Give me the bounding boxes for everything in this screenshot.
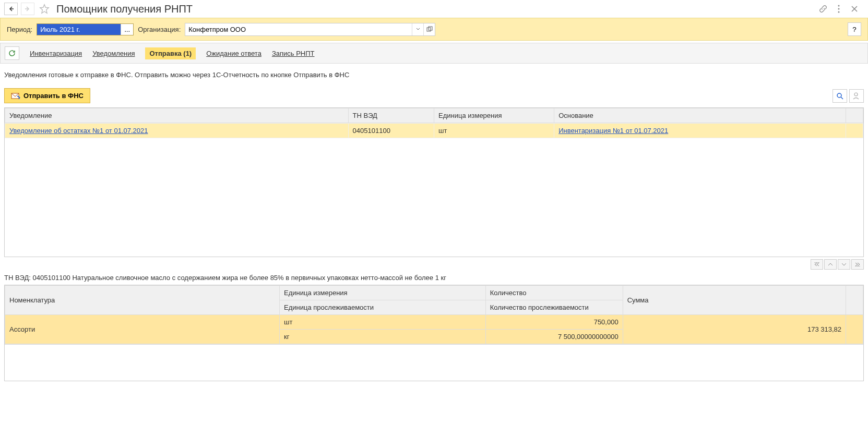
nav-first-button[interactable] [811, 259, 823, 270]
cell2-qty1: 750,000 [485, 315, 623, 330]
cell2-sum: 173 313,82 [623, 315, 846, 344]
help-button[interactable]: ? [848, 22, 861, 36]
search-button[interactable] [833, 89, 847, 103]
nav-down-button[interactable] [838, 259, 850, 270]
cell-unit: шт [434, 124, 554, 138]
col2-trace-qty[interactable]: Количество прослеживаемости [485, 300, 623, 315]
tab-inventory[interactable]: Инвентаризация [30, 50, 82, 57]
svg-point-2 [838, 5, 840, 7]
svg-point-10 [854, 93, 858, 96]
col2-trace-unit[interactable]: Единица прослеживаемости [280, 300, 486, 315]
user-gear-icon [852, 92, 861, 100]
period-field: ... [37, 23, 134, 35]
svg-point-8 [837, 93, 841, 98]
send-mail-icon [11, 92, 20, 100]
detail-table: Номенклатура Единица измерения Количеств… [4, 285, 864, 381]
cell2-unit2: кг [280, 330, 486, 344]
refresh-button[interactable] [5, 46, 19, 60]
more-menu-icon[interactable] [834, 4, 844, 14]
search-icon [836, 92, 844, 100]
cell-tnved: 0405101100 [348, 124, 434, 138]
nav-down-icon [841, 262, 847, 266]
notifications-table: Уведомление ТН ВЭД Единица измерения Осн… [4, 107, 864, 257]
org-open-button[interactable] [423, 23, 435, 35]
period-label: Период: [7, 26, 32, 33]
table-nav-strip [0, 257, 868, 272]
nav-last-icon [855, 262, 860, 266]
nav-first-icon [814, 262, 819, 266]
col-unit[interactable]: Единица измерения [434, 108, 554, 123]
action-bar: Отправить в ФНС [0, 86, 868, 105]
page-title: Помощник получения РНПТ [56, 3, 193, 15]
tabs-bar: Инвентаризация Уведомления Отправка (1) … [0, 43, 868, 64]
tab-sending[interactable]: Отправка (1) [145, 47, 196, 59]
link-icon[interactable] [818, 4, 828, 14]
svg-point-4 [838, 11, 840, 13]
period-picker-button[interactable]: ... [121, 24, 133, 35]
cell2-qty2: 7 500,00000000000 [485, 330, 623, 344]
send-button-label: Отправить в ФНС [23, 92, 84, 100]
table-row[interactable]: Уведомление об остатках №1 от 01.07.2021… [5, 124, 863, 138]
back-button[interactable] [4, 3, 18, 15]
header-bar: Помощник получения РНПТ [0, 0, 868, 18]
detail-row[interactable]: Ассорти шт 750,000 173 313,82 [5, 315, 863, 330]
arrow-right-icon [25, 6, 31, 12]
svg-point-3 [838, 8, 840, 10]
svg-line-9 [841, 97, 843, 99]
notification-link[interactable]: Уведомление об остатках №1 от 01.07.2021 [9, 127, 148, 135]
nav-up-icon [828, 262, 833, 266]
col-notification[interactable]: Уведомление [5, 108, 349, 123]
user-settings-button[interactable] [849, 89, 864, 103]
filter-bar: Период: ... Организация: ? [0, 18, 868, 41]
col-spacer [846, 108, 863, 123]
org-field [185, 23, 435, 36]
nav-up-button[interactable] [824, 259, 837, 270]
nav-last-button[interactable] [851, 259, 864, 270]
org-dropdown-button[interactable] [412, 23, 423, 35]
favorite-star-icon[interactable] [38, 2, 51, 16]
col-basis[interactable]: Основание [554, 108, 846, 123]
forward-button[interactable] [21, 3, 34, 15]
col2-unit[interactable]: Единица измерения [280, 286, 486, 300]
col2-sum[interactable]: Сумма [623, 286, 846, 315]
info-text: Уведомления готовые к отправке в ФНС. От… [0, 64, 868, 86]
open-external-icon [426, 26, 433, 32]
tab-awaiting[interactable]: Ожидание ответа [206, 50, 261, 57]
table-header-row: Уведомление ТН ВЭД Единица измерения Осн… [5, 108, 863, 123]
col2-name[interactable]: Номенклатура [5, 286, 280, 315]
arrow-left-icon [8, 6, 14, 12]
col-tnved[interactable]: ТН ВЭД [348, 108, 434, 123]
close-icon[interactable] [849, 4, 860, 14]
cell2-name: Ассорти [5, 315, 280, 344]
col2-spacer [846, 286, 863, 315]
period-input[interactable] [37, 24, 121, 35]
tab-rnpt-record[interactable]: Запись РНПТ [272, 50, 315, 57]
detail-label: ТН ВЭД: 0405101100 Натуральное сливочное… [0, 272, 868, 284]
org-input[interactable] [185, 23, 412, 35]
detail-header-row1: Номенклатура Единица измерения Количеств… [5, 286, 863, 300]
col2-qty[interactable]: Количество [485, 286, 623, 300]
refresh-icon [8, 49, 16, 57]
basis-link[interactable]: Инвентаризация №1 от 01.07.2021 [558, 127, 668, 135]
tab-notifications[interactable]: Уведомления [92, 50, 135, 57]
org-label: Организация: [138, 26, 181, 33]
chevron-down-icon [416, 28, 420, 31]
cell2-unit1: шт [280, 315, 486, 330]
send-to-fns-button[interactable]: Отправить в ФНС [4, 88, 90, 103]
